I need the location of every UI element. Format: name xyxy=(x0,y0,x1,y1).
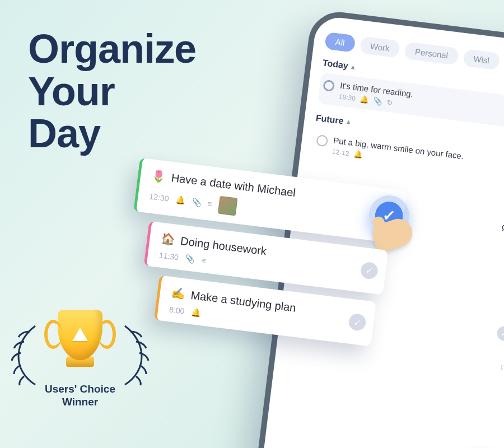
check-icon: ✓ xyxy=(353,316,361,328)
headline: Organize Your Day xyxy=(28,28,196,155)
headline-line-3: Day xyxy=(28,113,196,155)
attachment-thumbnail[interactable] xyxy=(218,196,238,216)
award-text: Users' Choice Winner xyxy=(45,382,115,409)
task-time: 12:30 xyxy=(149,192,170,203)
completed-check-icon[interactable]: ✓ xyxy=(496,325,504,342)
trophy-icon xyxy=(58,310,102,360)
bell-icon: 🔔 xyxy=(190,307,201,318)
award-badge: Users' Choice Winner xyxy=(45,310,115,409)
section-label-future: Future xyxy=(315,113,344,126)
floating-task-cards: 🌷 Have a date with Michael 12:30 🔔 📎 ≡ ✓… xyxy=(120,158,407,356)
award-line-2: Winner xyxy=(45,395,115,409)
task-emoji-icon: ✍️ xyxy=(171,286,186,301)
headline-line-2: Your xyxy=(28,71,196,113)
headline-line-1: Organize xyxy=(28,28,196,71)
flag-outline-icon[interactable]: ⚐ xyxy=(499,363,504,375)
task-time: 8:00 xyxy=(169,305,185,315)
task-radio[interactable] xyxy=(323,80,335,92)
filter-tab-personal[interactable]: Personal xyxy=(404,41,459,65)
task-time: 12-12 xyxy=(332,147,349,157)
section-label-today: Today xyxy=(322,58,349,71)
attachment-icon: 📎 xyxy=(191,197,202,207)
task-radio[interactable] xyxy=(316,134,328,147)
subtasks-icon: ≡ xyxy=(207,199,213,208)
check-icon: ✓ xyxy=(365,265,374,276)
subtasks-icon: ≡ xyxy=(201,256,207,265)
bell-icon: 🔔 xyxy=(175,195,185,205)
task-emoji-icon: 🏠 xyxy=(160,232,176,247)
bell-icon: 🔔 xyxy=(360,95,370,104)
award-line-1: Users' Choice xyxy=(45,382,115,396)
task-time: 11:30 xyxy=(158,250,179,262)
task-time: 19:30 xyxy=(338,92,356,102)
attachment-icon: 📎 xyxy=(185,254,195,264)
attachment-icon: 📎 xyxy=(373,96,383,106)
chevron-up-icon: ▴ xyxy=(347,118,351,126)
task-emoji-icon: 🌷 xyxy=(151,169,167,184)
chevron-up-icon: ▴ xyxy=(351,63,356,71)
task-title-fragment: g. xyxy=(501,222,504,232)
filter-tab-work[interactable]: Work xyxy=(359,36,400,58)
filter-tab-all[interactable]: All xyxy=(324,32,356,53)
play-store-icon xyxy=(72,328,88,341)
repeat-icon: ↻ xyxy=(386,98,394,107)
bell-icon: 🔔 xyxy=(353,150,363,159)
filter-tab-wishlist[interactable]: Wisl xyxy=(463,49,501,71)
